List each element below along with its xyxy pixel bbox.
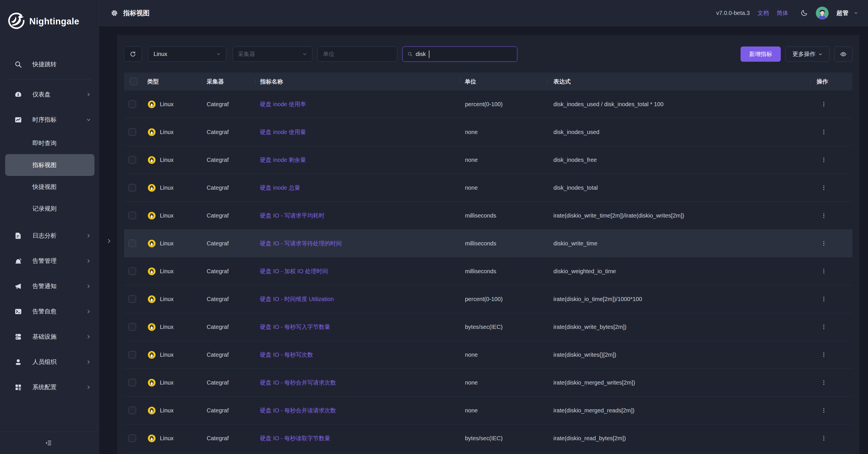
type-label: Linux — [160, 379, 174, 386]
row-checkbox[interactable] — [129, 239, 136, 247]
table-row[interactable]: Linux Categraf 硬盘 IO - 写请求平均耗时 milliseco… — [124, 202, 852, 230]
chevron-right-icon — [86, 92, 91, 97]
select-all-checkbox[interactable] — [130, 78, 137, 85]
sidebar-collapse-handle-icon[interactable] — [106, 238, 112, 244]
add-metric-button[interactable]: 新增指标 — [741, 46, 781, 62]
table-row[interactable]: Linux Categraf 硬盘 IO - 每秒合并读请求次数 none ir… — [124, 397, 852, 424]
sidebar-item-alert-selfheal[interactable]: 告警自愈 — [0, 299, 99, 324]
row-more-icon[interactable] — [820, 101, 827, 107]
gear-icon[interactable] — [111, 9, 118, 17]
sidebar-item-infrastructure[interactable]: 基础设施 — [0, 324, 99, 349]
row-more-icon[interactable] — [820, 213, 827, 219]
linux-icon — [148, 128, 156, 136]
type-select[interactable]: Linux — [148, 46, 226, 62]
metric-name-link[interactable]: 硬盘 IO - 每秒写入字节数量 — [260, 323, 330, 331]
row-more-icon[interactable] — [820, 185, 827, 191]
row-more-icon[interactable] — [820, 379, 827, 386]
sidebar-subitem-即时查询[interactable]: 即时查询 — [5, 132, 94, 154]
row-checkbox[interactable] — [129, 295, 136, 303]
row-more-icon[interactable] — [820, 157, 827, 163]
collector-label: Categraf — [202, 230, 255, 257]
row-checkbox[interactable] — [129, 184, 136, 191]
username-label[interactable]: 超管 — [836, 9, 848, 17]
row-checkbox[interactable] — [129, 100, 136, 108]
sidebar-subitem-快捷视图[interactable]: 快捷视图 — [5, 176, 94, 198]
sidebar-item-people-org[interactable]: 人员组织 — [0, 349, 99, 375]
row-more-icon[interactable] — [820, 324, 827, 330]
row-more-icon[interactable] — [820, 268, 827, 274]
expression-label: irate(diskio_write_bytes[2m]) — [547, 313, 810, 340]
metric-name-link[interactable]: 硬盘 IO - 每秒合并读请求次数 — [260, 407, 336, 414]
type-label: Linux — [160, 101, 174, 108]
table-row[interactable]: Linux Categraf 硬盘 inode 总量 none disk_ino… — [124, 174, 852, 202]
table-row[interactable]: Linux Categraf 硬盘 IO - 每秒写入字节数量 bytes/se… — [124, 313, 852, 341]
metric-name-link[interactable]: 硬盘 inode 剩余量 — [260, 156, 306, 164]
avatar[interactable] — [816, 7, 829, 20]
row-checkbox[interactable] — [129, 407, 136, 414]
row-more-icon[interactable] — [820, 435, 827, 442]
table-row[interactable]: Linux Categraf 硬盘 IO - 时间维度 Utilization … — [124, 285, 852, 313]
metric-name-link[interactable]: 硬盘 IO - 每秒合并写请求次数 — [260, 379, 336, 387]
unit-label: none — [460, 146, 547, 174]
brand-logo[interactable]: Nightingale — [0, 0, 99, 43]
sidebar-item-alert-notify[interactable]: 告警通知 — [0, 273, 99, 299]
collector-select[interactable]: 采集器 — [232, 46, 312, 62]
row-checkbox[interactable] — [129, 351, 136, 358]
row-more-icon[interactable] — [820, 407, 827, 414]
row-more-icon[interactable] — [820, 296, 827, 302]
toggle-columns-button[interactable] — [834, 46, 852, 62]
search-input[interactable]: disk — [402, 46, 517, 62]
sidebar-item-quick-jump[interactable]: 快捷跳转 — [0, 52, 99, 77]
table-row[interactable]: Linux Categraf 硬盘 IO - 加权 IO 处理时间 millis… — [124, 257, 852, 285]
metric-name-link[interactable]: 硬盘 inode 使用量 — [260, 128, 306, 136]
sidebar-subitem-记录规则[interactable]: 记录规则 — [5, 198, 94, 220]
table-row[interactable]: Linux Categraf 硬盘 inode 剩余量 none disk_in… — [124, 146, 852, 174]
row-checkbox[interactable] — [129, 434, 136, 442]
row-checkbox[interactable] — [129, 267, 136, 275]
row-checkbox[interactable] — [129, 379, 136, 386]
metric-name-link[interactable]: 硬盘 IO - 每秒写次数 — [260, 351, 313, 359]
metric-name-link[interactable]: 硬盘 inode 使用率 — [260, 100, 306, 108]
metric-name-link[interactable]: 硬盘 IO - 每秒读取字节数量 — [260, 434, 330, 442]
sidebar-item-time-series[interactable]: 时序指标 — [0, 107, 99, 132]
refresh-button[interactable] — [124, 46, 142, 62]
dark-mode-moon-icon[interactable] — [801, 9, 808, 17]
expression-label: irate(diskio_write_time[2m])/irate(diski… — [547, 202, 810, 229]
sidebar-item-dashboards[interactable]: 仪表盘 — [0, 82, 99, 107]
metric-name-link[interactable]: 硬盘 inode 总量 — [260, 184, 300, 192]
row-more-icon[interactable] — [820, 352, 827, 358]
more-actions-button[interactable]: 更多操作 — [785, 46, 830, 62]
row-checkbox[interactable] — [129, 156, 136, 164]
sidebar-item-system-config[interactable]: 系统配置 — [0, 375, 99, 400]
chevron-down-icon[interactable] — [854, 11, 858, 15]
sidebar-subitem-指标视图[interactable]: 指标视图 — [5, 154, 94, 176]
sidebar-item-log-analysis[interactable]: 日志分析 — [0, 223, 99, 248]
type-label: Linux — [160, 129, 174, 135]
row-checkbox[interactable] — [129, 128, 136, 136]
collector-label: Categraf — [202, 146, 255, 174]
table-row[interactable]: Linux Categraf 硬盘 IO - 每秒写次数 none irate(… — [124, 341, 852, 369]
metric-name-link[interactable]: 硬盘 IO - 写请求平均耗时 — [260, 212, 324, 220]
collector-label: Categraf — [202, 257, 255, 285]
table-row[interactable]: Linux Categraf 硬盘 IO - 写请求等待处理的时间 millis… — [124, 230, 852, 257]
docs-link[interactable]: 文档 — [757, 9, 769, 17]
row-checkbox[interactable] — [129, 323, 136, 331]
expression-label: irate(diskio_read_bytes[2m]) — [547, 424, 810, 452]
row-more-icon[interactable] — [820, 129, 827, 135]
collector-select-placeholder: 采集器 — [238, 50, 255, 58]
unit-input[interactable]: 单位 — [317, 46, 397, 62]
metric-name-link[interactable]: 硬盘 IO - 加权 IO 处理时间 — [260, 267, 328, 275]
table-row[interactable]: Linux Categraf 硬盘 IO - 每秒读取字节数量 bytes/se… — [124, 424, 852, 452]
metric-name-link[interactable]: 硬盘 IO - 写请求等待处理的时间 — [260, 239, 342, 247]
expression-label: disk_inodes_free — [547, 146, 810, 174]
chevron-down-icon — [216, 52, 221, 56]
table-row[interactable]: Linux Categraf 硬盘 inode 使用率 percent(0-10… — [124, 90, 852, 118]
row-more-icon[interactable] — [820, 240, 827, 247]
language-link[interactable]: 简体 — [777, 9, 788, 17]
table-row[interactable]: Linux Categraf 硬盘 IO - 每秒合并写请求次数 none ir… — [124, 369, 852, 397]
metric-name-link[interactable]: 硬盘 IO - 时间维度 Utilization — [260, 295, 334, 303]
row-checkbox[interactable] — [129, 212, 136, 219]
collapse-sidebar-icon[interactable] — [45, 439, 53, 447]
sidebar-item-alert-manage[interactable]: 告警管理 — [0, 248, 99, 273]
table-row[interactable]: Linux Categraf 硬盘 inode 使用量 none disk_in… — [124, 118, 852, 146]
